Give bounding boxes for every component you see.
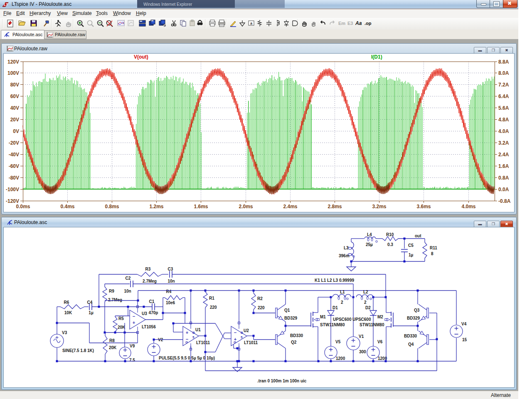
svg-text:Em: Em bbox=[338, 21, 345, 26]
svg-text:.op: .op bbox=[365, 21, 372, 26]
svg-text:0.8ms: 0.8ms bbox=[105, 204, 119, 209]
svg-text:0V: 0V bbox=[13, 128, 19, 134]
svg-text:2.4ms: 2.4ms bbox=[283, 204, 297, 209]
svg-text:Aa: Aa bbox=[355, 20, 362, 26]
svg-text:V3: V3 bbox=[62, 330, 67, 335]
svg-text:−: − bbox=[133, 314, 135, 319]
svg-text:+: + bbox=[133, 320, 135, 325]
svg-text:C3: C3 bbox=[168, 267, 173, 271]
svg-text:STW11NM80: STW11NM80 bbox=[360, 323, 384, 327]
svg-text:220: 220 bbox=[258, 305, 265, 310]
svg-text:25µ: 25µ bbox=[366, 242, 373, 247]
svg-text:V1: V1 bbox=[359, 334, 364, 339]
svg-text:E3: E3 bbox=[347, 21, 353, 26]
svg-text:LT1056: LT1056 bbox=[142, 325, 156, 329]
svg-text:D2: D2 bbox=[365, 305, 371, 310]
svg-text:R1: R1 bbox=[209, 296, 214, 300]
svg-text:100V: 100V bbox=[7, 70, 19, 76]
svg-text:0.0A: 0.0A bbox=[498, 187, 509, 192]
svg-text:R3: R3 bbox=[145, 267, 151, 271]
svg-text:1200: 1200 bbox=[378, 356, 387, 361]
svg-text:15: 15 bbox=[462, 337, 467, 342]
svg-text:LT: LT bbox=[4, 2, 9, 7]
svg-text:D1: D1 bbox=[332, 305, 338, 310]
svg-text:B: B bbox=[241, 331, 243, 335]
svg-text:4.0ms: 4.0ms bbox=[461, 204, 475, 209]
svg-text:out: out bbox=[415, 234, 421, 238]
svg-text:LT1011: LT1011 bbox=[244, 340, 258, 345]
svg-text:2.4A: 2.4A bbox=[498, 152, 509, 158]
svg-text:Q2: Q2 bbox=[291, 340, 297, 345]
svg-text:0.0ms: 0.0ms bbox=[16, 204, 30, 209]
svg-text:2.8ms: 2.8ms bbox=[328, 204, 342, 209]
svg-text:U1: U1 bbox=[195, 328, 201, 332]
svg-text:M1: M1 bbox=[320, 315, 326, 319]
svg-text:5.6A: 5.6A bbox=[498, 105, 509, 111]
svg-text:-40V: -40V bbox=[9, 152, 19, 158]
svg-text:R11: R11 bbox=[430, 246, 437, 250]
svg-text:R8: R8 bbox=[109, 338, 115, 343]
svg-text:V4: V4 bbox=[461, 322, 467, 326]
svg-text:V(out): V(out) bbox=[134, 54, 148, 60]
svg-text:1.6A: 1.6A bbox=[498, 163, 509, 169]
svg-text:LT1011: LT1011 bbox=[196, 340, 210, 345]
svg-text:4.0A: 4.0A bbox=[498, 128, 509, 134]
svg-text:R5: R5 bbox=[118, 316, 124, 321]
svg-text:10K: 10K bbox=[64, 310, 72, 315]
svg-text:6.4A: 6.4A bbox=[498, 94, 509, 99]
svg-text:BD329: BD329 bbox=[407, 316, 420, 320]
svg-text:2.0ms: 2.0ms bbox=[239, 204, 253, 209]
svg-text:Q1: Q1 bbox=[284, 308, 290, 313]
svg-text:20V: 20V bbox=[10, 117, 19, 123]
svg-text:V6: V6 bbox=[377, 340, 383, 344]
svg-text:Q3: Q3 bbox=[414, 308, 420, 313]
svg-text:Q4: Q4 bbox=[408, 342, 414, 347]
svg-text:.tran 0 100m 1m 100n uic: .tran 0 100m 1m 100n uic bbox=[257, 379, 307, 383]
svg-text:V9: V9 bbox=[130, 344, 135, 348]
svg-text:BD330: BD330 bbox=[290, 333, 303, 338]
svg-text:U2: U2 bbox=[244, 328, 249, 333]
svg-text:4.8A: 4.8A bbox=[498, 117, 509, 123]
svg-text:220: 220 bbox=[210, 305, 217, 310]
svg-text:7.5: 7.5 bbox=[129, 358, 135, 362]
svg-text:10n: 10n bbox=[167, 279, 175, 283]
svg-text:1µ: 1µ bbox=[409, 253, 414, 257]
svg-text:C4: C4 bbox=[87, 300, 93, 305]
svg-text:1200: 1200 bbox=[336, 356, 345, 361]
svg-text:8.0A: 8.0A bbox=[498, 70, 509, 76]
svg-text:10e6: 10e6 bbox=[166, 300, 175, 305]
svg-text:60V: 60V bbox=[10, 94, 19, 99]
svg-text:-0.8A: -0.8A bbox=[498, 198, 511, 204]
svg-text:7.2A: 7.2A bbox=[498, 82, 509, 88]
svg-text:R10: R10 bbox=[386, 232, 394, 237]
svg-text:5: 5 bbox=[241, 335, 243, 339]
svg-text:R2: R2 bbox=[257, 296, 263, 301]
svg-text:470p: 470p bbox=[149, 310, 158, 315]
svg-text:120V: 120V bbox=[7, 59, 19, 65]
svg-text:C5: C5 bbox=[408, 243, 414, 248]
svg-text:0.8A: 0.8A bbox=[498, 175, 509, 181]
svg-text:1.6ms: 1.6ms bbox=[194, 204, 208, 209]
svg-text:-120V: -120V bbox=[6, 198, 19, 204]
svg-text:80V: 80V bbox=[10, 82, 19, 88]
svg-text:R6: R6 bbox=[64, 300, 69, 305]
svg-text:K1 L1 L2 L3 0.99999: K1 L1 L2 L3 0.99999 bbox=[315, 278, 354, 283]
svg-text:2: 2 bbox=[341, 300, 343, 305]
svg-text:3.2A: 3.2A bbox=[498, 140, 509, 146]
svg-text:-20V: -20V bbox=[9, 140, 19, 146]
svg-text:R4: R4 bbox=[166, 289, 172, 294]
svg-text:I(D1): I(D1) bbox=[371, 54, 382, 60]
svg-text:U3: U3 bbox=[142, 311, 147, 316]
svg-text:C1: C1 bbox=[149, 299, 155, 304]
svg-text:L2: L2 bbox=[363, 290, 368, 294]
svg-text:2: 2 bbox=[364, 300, 367, 305]
svg-text:PULSE(5.5 9.5 0 5µ 5µ 0 10µ): PULSE(5.5 9.5 0 5µ 5µ 0 10µ) bbox=[159, 356, 215, 360]
svg-text:3.2ms: 3.2ms bbox=[372, 204, 386, 209]
svg-text:2.7Meg: 2.7Meg bbox=[143, 279, 157, 283]
svg-text:8.8A: 8.8A bbox=[498, 59, 509, 65]
svg-text:L1: L1 bbox=[340, 290, 345, 294]
svg-text:G: G bbox=[185, 340, 188, 344]
svg-text:2.7Meg: 2.7Meg bbox=[108, 298, 122, 302]
svg-text:BD330: BD330 bbox=[404, 334, 417, 338]
svg-text:M2: M2 bbox=[377, 315, 383, 319]
